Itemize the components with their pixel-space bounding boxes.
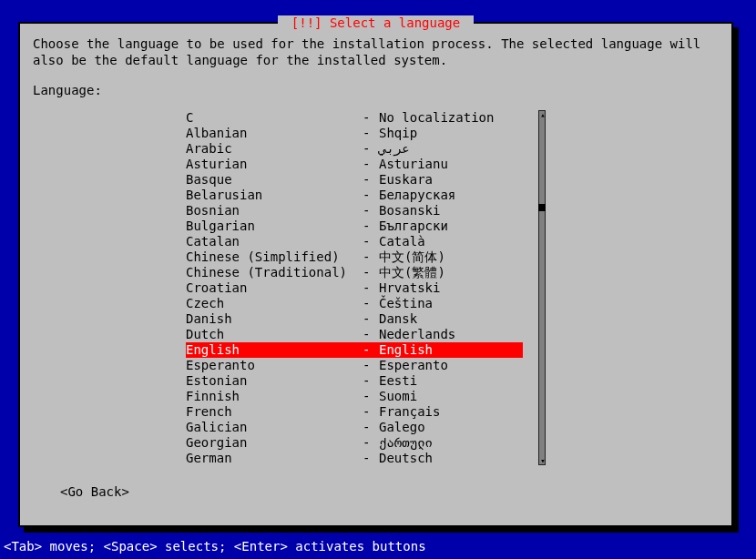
language-native-name: No localization bbox=[379, 110, 523, 126]
language-separator: - bbox=[363, 234, 379, 249]
dialog-title: [!!] Select a language bbox=[278, 15, 473, 30]
language-separator: - bbox=[363, 172, 379, 188]
language-native-name: 中文(繁體) bbox=[379, 265, 523, 280]
language-native-name: Asturianu bbox=[379, 157, 523, 172]
language-item[interactable]: Esperanto-Esperanto bbox=[186, 358, 523, 373]
language-separator: - bbox=[363, 203, 379, 219]
language-item[interactable]: Belarusian-Беларуская bbox=[186, 188, 523, 203]
language-item[interactable]: Georgian-ქართული bbox=[186, 435, 523, 451]
language-english-name: Basque bbox=[186, 172, 363, 188]
language-separator: - bbox=[363, 358, 379, 373]
language-english-name: Belarusian bbox=[186, 188, 363, 203]
language-english-name: Bosnian bbox=[186, 203, 363, 219]
language-native-name: Shqip bbox=[379, 126, 523, 141]
language-native-name: ქართული bbox=[379, 435, 523, 451]
language-separator: - bbox=[363, 342, 379, 358]
language-item[interactable]: Bulgarian-Български bbox=[186, 219, 523, 234]
language-item[interactable]: Asturian-Asturianu bbox=[186, 157, 523, 172]
instructions-text: Choose the language to be used for the i… bbox=[33, 36, 719, 68]
language-separator: - bbox=[363, 157, 379, 172]
language-native-name: 中文(简体) bbox=[379, 249, 523, 265]
language-item[interactable]: Czech-Čeština bbox=[186, 296, 523, 311]
language-english-name: English bbox=[186, 342, 363, 358]
language-english-name: Esperanto bbox=[186, 358, 363, 373]
language-item[interactable]: French-Français bbox=[186, 404, 523, 420]
language-native-name: Hrvatski bbox=[379, 280, 523, 296]
language-separator: - bbox=[363, 265, 379, 280]
language-separator: - bbox=[363, 126, 379, 141]
language-english-name: Galician bbox=[186, 420, 363, 435]
language-native-name: Galego bbox=[379, 420, 523, 435]
language-native-name: Dansk bbox=[379, 311, 523, 327]
language-separator: - bbox=[363, 373, 379, 389]
go-back-button[interactable]: <Go Back> bbox=[60, 484, 129, 499]
language-item[interactable]: English-English bbox=[186, 342, 523, 358]
language-item[interactable]: Bosnian-Bosanski bbox=[186, 203, 523, 219]
language-english-name: C bbox=[186, 110, 363, 126]
language-separator: - bbox=[363, 404, 379, 420]
language-english-name: Georgian bbox=[186, 435, 363, 451]
title-suffix bbox=[460, 15, 467, 30]
language-english-name: Chinese (Simplified) bbox=[186, 249, 363, 265]
help-bar: <Tab> moves; <Space> selects; <Enter> ac… bbox=[4, 539, 426, 554]
language-separator: - bbox=[363, 249, 379, 265]
language-separator: - bbox=[363, 311, 379, 327]
language-dialog: [!!] Select a language Choose the langua… bbox=[18, 22, 733, 527]
language-item[interactable]: Catalan-Català bbox=[186, 234, 523, 249]
language-native-name: Čeština bbox=[379, 296, 523, 311]
language-item[interactable]: Dutch-Nederlands bbox=[186, 327, 523, 342]
language-item[interactable]: Estonian-Eesti bbox=[186, 373, 523, 389]
language-english-name: Finnish bbox=[186, 389, 363, 404]
scroll-up-icon[interactable]: ▴ bbox=[540, 112, 546, 117]
language-english-name: Arabic bbox=[186, 141, 363, 157]
dialog-title-bar: [!!] Select a language bbox=[20, 15, 731, 30]
language-english-name: Albanian bbox=[186, 126, 363, 141]
language-separator: - bbox=[363, 219, 379, 234]
language-item[interactable]: Arabic-عربي bbox=[186, 141, 523, 157]
scroll-down-icon[interactable]: ▾ bbox=[540, 458, 546, 463]
language-item[interactable]: German-Deutsch bbox=[186, 451, 523, 466]
language-item[interactable]: Galician-Galego bbox=[186, 420, 523, 435]
language-english-name: Danish bbox=[186, 311, 363, 327]
language-english-name: German bbox=[186, 451, 363, 466]
language-native-name: Esperanto bbox=[379, 358, 523, 373]
language-separator: - bbox=[363, 188, 379, 203]
language-english-name: Czech bbox=[186, 296, 363, 311]
language-label: Language: bbox=[33, 83, 719, 97]
language-separator: - bbox=[363, 451, 379, 466]
language-english-name: Chinese (Traditional) bbox=[186, 265, 363, 280]
language-native-name: Suomi bbox=[379, 389, 523, 404]
language-english-name: Dutch bbox=[186, 327, 363, 342]
language-item[interactable]: Finnish-Suomi bbox=[186, 389, 523, 404]
language-list: C-No localizationAlbanian-ShqipArabic-عر… bbox=[186, 110, 568, 466]
language-native-name: Français bbox=[379, 404, 523, 420]
language-item[interactable]: C-No localization bbox=[186, 110, 523, 126]
language-separator: - bbox=[363, 296, 379, 311]
language-item[interactable]: Basque-Euskara bbox=[186, 172, 523, 188]
language-separator: - bbox=[363, 327, 379, 342]
language-item[interactable]: Chinese (Traditional)-中文(繁體) bbox=[186, 265, 523, 280]
language-native-name: عربي bbox=[379, 141, 523, 157]
language-separator: - bbox=[363, 280, 379, 296]
language-english-name: Bulgarian bbox=[186, 219, 363, 234]
language-item[interactable]: Chinese (Simplified)-中文(简体) bbox=[186, 249, 523, 265]
language-english-name: Estonian bbox=[186, 373, 363, 389]
language-native-name: Български bbox=[379, 219, 523, 234]
language-item[interactable]: Albanian-Shqip bbox=[186, 126, 523, 141]
language-separator: - bbox=[363, 141, 379, 157]
scroll-thumb[interactable] bbox=[538, 204, 546, 211]
language-separator: - bbox=[363, 435, 379, 451]
language-native-name: Euskara bbox=[379, 172, 523, 188]
language-english-name: Croatian bbox=[186, 280, 363, 296]
language-english-name: Catalan bbox=[186, 234, 363, 249]
language-separator: - bbox=[363, 420, 379, 435]
language-item[interactable]: Danish-Dansk bbox=[186, 311, 523, 327]
language-native-name: Беларуская bbox=[379, 188, 523, 203]
language-english-name: Asturian bbox=[186, 157, 363, 172]
language-native-name: English bbox=[379, 342, 523, 358]
language-separator: - bbox=[363, 110, 379, 126]
language-native-name: Català bbox=[379, 234, 523, 249]
scrollbar[interactable]: ▴ ▾ bbox=[538, 110, 546, 465]
language-item[interactable]: Croatian-Hrvatski bbox=[186, 280, 523, 296]
language-native-name: Eesti bbox=[379, 373, 523, 389]
